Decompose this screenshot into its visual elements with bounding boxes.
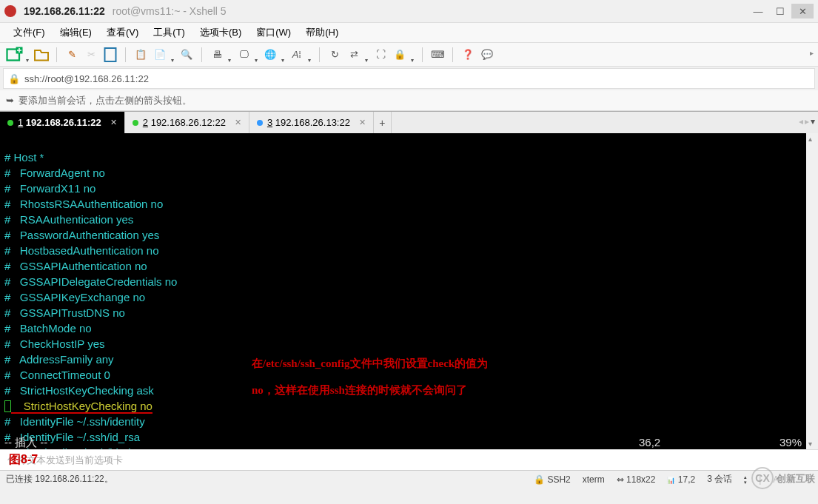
address-url: ssh://root@192.168.26.11:22 xyxy=(24,73,149,84)
tab-hotkey: 1 xyxy=(18,117,23,128)
toolbar: ✎ ✂ 📋 📄 🔍 🖶 🖵 🌐 A⁞ ↻ ⇄ ⛶ 🔒 ⌨ ❓ 💬 ▸ xyxy=(0,43,818,67)
lock-small-icon: 🔒 xyxy=(8,73,20,84)
tab-close-icon[interactable]: ✕ xyxy=(359,118,366,127)
config-line: # IdentityFile ~/.ssh/identity xyxy=(4,415,145,428)
menu-bar: 文件(F) 编辑(E) 查看(V) 工具(T) 选项卡(B) 窗口(W) 帮助(… xyxy=(0,22,818,43)
vim-mode-line: -- 插入 -- 36,2 39% xyxy=(0,435,806,449)
config-line: # HostbasedAuthentication no xyxy=(4,244,158,257)
tab-hotkey: 3 xyxy=(267,117,272,128)
annotation-text-2: no，这样在使用ssh连接的时候就不会询问了 xyxy=(252,383,467,397)
terminal-scrollbar[interactable] xyxy=(806,133,818,449)
find-icon[interactable]: 🔍 xyxy=(178,46,195,64)
watermark-brand: 创新互联 xyxy=(777,474,815,483)
tab-close-icon[interactable]: ✕ xyxy=(110,118,117,127)
annotation-text-1: 在/etc/ssh/ssh_config文件中我们设置check的值为 xyxy=(252,357,488,371)
svg-rect-2 xyxy=(105,48,116,61)
menu-tabs[interactable]: 选项卡(B) xyxy=(192,23,249,42)
compose-bar[interactable]: 仅将文本发送到当前选项卡 图8-7 xyxy=(0,449,818,470)
config-line: # GSSAPIAuthentication no xyxy=(4,260,147,272)
config-line: # PasswordAuthentication yes xyxy=(4,229,159,241)
menu-tools[interactable]: 工具(T) xyxy=(146,23,192,42)
open-icon[interactable] xyxy=(33,46,50,64)
config-line: # ForwardX11 no xyxy=(4,182,95,195)
watermark: CX 创新互联 xyxy=(751,467,815,489)
tab-hotkey: 2 xyxy=(143,117,148,128)
config-line: # ForwardAgent no xyxy=(4,167,105,179)
status-protocol: SSH2 xyxy=(547,474,570,485)
refresh-icon[interactable]: ↻ xyxy=(326,46,343,64)
tab-nav-arrows[interactable]: ◂▸▾ xyxy=(799,116,815,127)
menu-help[interactable]: 帮助(H) xyxy=(298,23,346,42)
window-title-sub: root@vms11:~ - Xshell 5 xyxy=(113,5,227,17)
tab-close-icon[interactable]: ✕ xyxy=(235,118,241,127)
screen-icon[interactable]: 🖵 xyxy=(235,46,252,64)
terminal-output[interactable]: # Host * # ForwardAgent no # ForwardX11 … xyxy=(0,133,806,449)
config-line: # StrictHostKeyChecking ask xyxy=(4,384,154,397)
figure-caption: 图8-7 xyxy=(9,452,38,468)
menu-file[interactable]: 文件(F) xyxy=(6,23,53,42)
status-term-size: 118x22 xyxy=(626,474,655,485)
session-tab-2[interactable]: 2 192.168.26.12:22 ✕ xyxy=(125,112,249,133)
copy-icon[interactable]: 📋 xyxy=(132,46,150,64)
status-cursor: 17,2 xyxy=(678,474,695,485)
status-bar: 已连接 192.168.26.11:22。 🔒 SSH2 xterm ⇔ 118… xyxy=(0,470,818,488)
globe-icon[interactable]: 🌐 xyxy=(261,46,279,64)
tab-label: 192.168.26.11:22 xyxy=(26,117,101,128)
session-tab-3[interactable]: 3 192.168.26.13:22 ✕ xyxy=(249,112,374,133)
fullscreen-icon[interactable]: ⛶ xyxy=(372,46,389,64)
lock-icon[interactable]: 🔒 xyxy=(391,46,409,64)
info-bar: ➥ 要添加当前会话，点击左侧的箭头按钮。 xyxy=(0,90,818,111)
config-line: # RhostsRSAAuthentication no xyxy=(4,198,163,210)
config-line: # GSSAPIKeyExchange no xyxy=(4,291,145,303)
status-connected: 已连接 192.168.26.11:22。 xyxy=(6,473,522,485)
config-line: # GSSAPIDelegateCredentials no xyxy=(4,275,177,288)
new-tab-button[interactable]: + xyxy=(374,112,392,133)
config-line: # GSSAPITrustDNS no xyxy=(4,306,125,319)
paste-icon[interactable]: 📄 xyxy=(151,46,169,64)
new-session-icon[interactable] xyxy=(6,46,24,64)
close-button[interactable]: ✕ xyxy=(791,4,814,19)
font-icon[interactable]: A⁞ xyxy=(288,46,306,64)
title-bar: 192.168.26.11:22 root@vms11:~ - Xshell 5… xyxy=(0,0,818,22)
address-bar[interactable]: 🔒 ssh://root@192.168.26.11:22 xyxy=(3,68,815,89)
keyboard-icon[interactable]: ⌨ xyxy=(429,46,446,64)
menu-edit[interactable]: 编辑(E) xyxy=(53,23,99,42)
status-dot-icon xyxy=(7,120,13,126)
status-dot-icon xyxy=(133,120,138,126)
status-sessions: 3 会话 xyxy=(707,473,732,485)
config-line: # ConnectTimeout 0 xyxy=(4,369,110,381)
menu-view[interactable]: 查看(V) xyxy=(99,23,146,42)
minimize-button[interactable]: — xyxy=(747,4,769,19)
help-icon[interactable]: ❓ xyxy=(459,46,477,64)
window-title-main: 192.168.26.11:22 xyxy=(24,5,105,17)
app-icon xyxy=(4,5,16,17)
tab-bar: 1 192.168.26.11:22 ✕ 2 192.168.26.12:22 … xyxy=(0,111,818,133)
session-tab-1[interactable]: 1 192.168.26.11:22 ✕ xyxy=(0,112,125,133)
config-line: # RSAAuthentication yes xyxy=(4,213,133,226)
vim-position: 36,2 xyxy=(639,435,757,449)
info-message: 要添加当前会话，点击左侧的箭头按钮。 xyxy=(19,94,192,107)
transfer-icon[interactable]: ⇄ xyxy=(345,46,363,64)
toolbar-overflow-icon[interactable]: ▸ xyxy=(810,49,814,57)
config-line: # AddressFamily any xyxy=(4,353,114,366)
config-line: # Host * xyxy=(4,151,44,164)
edited-config-line: StrictHostKeyChecking no xyxy=(11,400,152,414)
session-stepper-icon[interactable]: ▴▾ xyxy=(744,474,747,485)
config-line: # BatchMode no xyxy=(4,322,92,335)
config-line: # CheckHostIP yes xyxy=(4,337,105,350)
add-session-arrow-icon[interactable]: ➥ xyxy=(6,95,14,106)
terminal-cursor xyxy=(4,400,11,412)
chat-icon[interactable]: 💬 xyxy=(478,46,496,64)
reconnect-icon[interactable]: ✎ xyxy=(63,46,81,64)
vim-percent: 39% xyxy=(757,435,802,449)
status-dot-icon xyxy=(257,120,263,126)
print-icon[interactable]: 🖶 xyxy=(208,46,226,64)
maximize-button[interactable]: ☐ xyxy=(769,4,791,19)
menu-window[interactable]: 窗口(W) xyxy=(249,23,298,42)
vim-mode: -- 插入 -- xyxy=(4,435,639,449)
properties-icon[interactable] xyxy=(101,46,119,64)
tab-label: 192.168.26.12:22 xyxy=(151,117,226,128)
status-term-type: xterm xyxy=(583,474,605,485)
disconnect-icon[interactable]: ✂ xyxy=(82,46,100,64)
tab-label: 192.168.26.13:22 xyxy=(275,117,350,128)
